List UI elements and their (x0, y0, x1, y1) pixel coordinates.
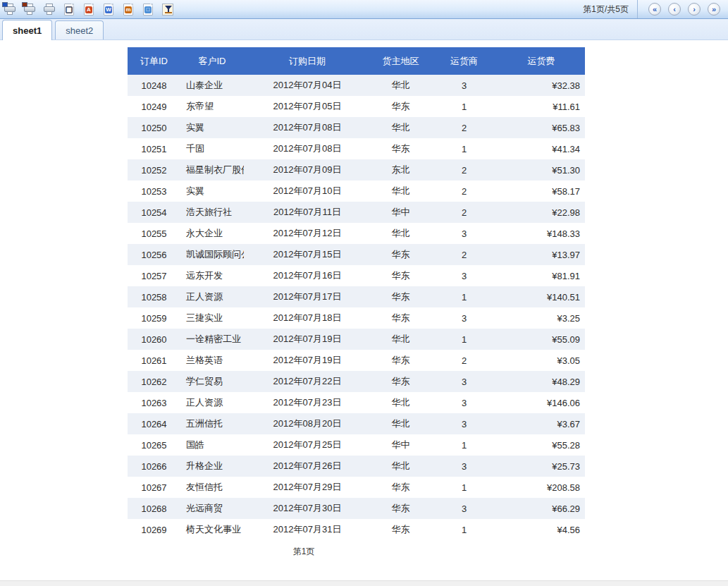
cell: 10269 (128, 519, 180, 540)
export-text-button[interactable]: □ (140, 1, 156, 18)
column-header: 客户ID (180, 47, 244, 75)
cell: ¥148.33 (498, 223, 585, 244)
table-row: 10259三捷实业2012年07月18日华东3¥3.25 (128, 307, 585, 329)
cell: 2012年07月22日 (244, 371, 371, 392)
cell: 2012年07月25日 (244, 434, 371, 456)
cell: ¥25.73 (498, 456, 585, 477)
server-print-button[interactable] (42, 1, 57, 18)
cell: 3 (431, 223, 498, 244)
cell: 华北 (371, 223, 431, 244)
cell: ¥65.83 (498, 117, 585, 138)
column-header: 订单ID (128, 47, 180, 75)
cell: 3 (431, 392, 498, 413)
cell: 10248 (128, 75, 180, 96)
cell: 1 (431, 434, 498, 456)
table-row: 10249东帝望2012年07月05日华东1¥11.61 (128, 96, 585, 117)
page-indicator: 第1页/共5页 (583, 4, 629, 16)
cell: 凯诚国际顾问公 (180, 244, 244, 265)
cell: 2012年07月30日 (244, 498, 371, 519)
cell: 华东 (371, 477, 431, 498)
export-word-icon: W (104, 4, 113, 16)
cell: 2012年07月18日 (244, 307, 371, 329)
cell: 2012年08月20日 (244, 413, 371, 434)
cell: ¥32.38 (498, 75, 585, 96)
cell: 10267 (128, 477, 180, 498)
table-row: 10251千固2012年07月08日华东1¥41.34 (128, 138, 585, 159)
email-button[interactable] (160, 1, 175, 18)
table-row: 10264五洲信托2012年08月20日华北3¥3.67 (128, 413, 585, 434)
applet-print-button[interactable] (22, 1, 37, 18)
export-image-button[interactable]: ▦ (61, 1, 77, 18)
cell: ¥66.29 (498, 498, 585, 519)
cell: ¥41.34 (498, 138, 585, 159)
cell: 10263 (128, 392, 180, 413)
report-table: 订单ID客户ID订购日期货主地区运货商运货费 10248山泰企业2012年07月… (128, 47, 585, 540)
cell: 10250 (128, 117, 180, 138)
cell: 国皓 (180, 434, 244, 456)
cell: 2 (431, 159, 498, 181)
cell: 2012年07月31日 (244, 519, 371, 540)
cell: 五洲信托 (180, 413, 244, 434)
table-row: 10258正人资源2012年07月17日华东1¥140.51 (128, 286, 585, 307)
cell: 千固 (180, 138, 244, 159)
prev-page-button[interactable]: ‹ (668, 3, 681, 16)
cell: ¥22.98 (498, 202, 585, 223)
cell: 福星制衣厂股份 (180, 159, 244, 181)
applet-print-icon (23, 4, 36, 16)
table-row: 10256凯诚国际顾问公2012年07月15日华东2¥13.97 (128, 244, 585, 265)
cell: 2012年07月15日 (244, 244, 371, 265)
last-page-button[interactable]: » (708, 3, 720, 16)
cell: 一诠精密工业 (180, 329, 244, 350)
cell: 2012年07月12日 (244, 223, 371, 244)
cell: 2 (431, 117, 498, 138)
cell: 2012年07月11日 (244, 202, 371, 223)
cell: 2012年07月29日 (244, 477, 371, 498)
column-header: 运货商 (431, 47, 498, 75)
cell: 华东 (371, 519, 431, 540)
next-page-button[interactable]: › (688, 3, 701, 16)
cell: 华东 (371, 138, 431, 159)
cell: 10262 (128, 371, 180, 392)
cell: ¥51.30 (498, 159, 585, 181)
cell: 华北 (371, 181, 431, 202)
cell: 10259 (128, 307, 180, 329)
cell: 2012年07月04日 (244, 75, 371, 96)
cell: ¥208.58 (498, 477, 585, 498)
export-excel-button[interactable]: m (121, 1, 136, 18)
cell: 10255 (128, 223, 180, 244)
cell: 2012年07月16日 (244, 265, 371, 286)
table-row: 10266升格企业2012年07月26日华北3¥25.73 (128, 456, 585, 477)
cell: 10254 (128, 202, 180, 223)
cell: 华东 (371, 96, 431, 117)
table-row: 10248山泰企业2012年07月04日华北3¥32.38 (128, 75, 585, 96)
cell: 正人资源 (180, 286, 244, 307)
cell: ¥55.09 (498, 329, 585, 350)
tab-sheet1[interactable]: sheet1 (2, 20, 52, 40)
cell: 华东 (371, 286, 431, 307)
report-content: 订单ID客户ID订购日期货主地区运货商运货费 10248山泰企业2012年07月… (0, 47, 728, 586)
toolbar-separator (637, 0, 638, 18)
cell: 2012年07月17日 (244, 286, 371, 307)
cell: ¥13.97 (498, 244, 585, 265)
table-row: 10252福星制衣厂股份2012年07月09日东北2¥51.30 (128, 159, 585, 181)
cell: 远东开发 (180, 265, 244, 286)
cell: ¥58.17 (498, 181, 585, 202)
cell: 华东 (371, 350, 431, 371)
cell: 1 (431, 286, 498, 307)
toolbar-icons: ▦ A W m □ (0, 1, 175, 18)
cell: 华北 (371, 117, 431, 138)
cell: 华东 (371, 244, 431, 265)
cell: ¥3.05 (498, 350, 585, 371)
server-print-icon (43, 4, 56, 16)
cell: 华东 (371, 498, 431, 519)
export-pdf-button[interactable]: A (81, 1, 97, 18)
column-header: 运货费 (498, 47, 585, 75)
tab-sheet2[interactable]: sheet2 (55, 20, 104, 39)
cell: 2 (431, 350, 498, 371)
export-word-button[interactable]: W (101, 1, 116, 18)
flash-print-button[interactable] (2, 1, 18, 18)
table-row: 10254浩天旅行社2012年07月11日华中2¥22.98 (128, 202, 585, 223)
table-row: 10267友恒信托2012年07月29日华东1¥208.58 (128, 477, 585, 498)
first-page-button[interactable]: « (648, 3, 661, 16)
cell: ¥146.06 (498, 392, 585, 413)
